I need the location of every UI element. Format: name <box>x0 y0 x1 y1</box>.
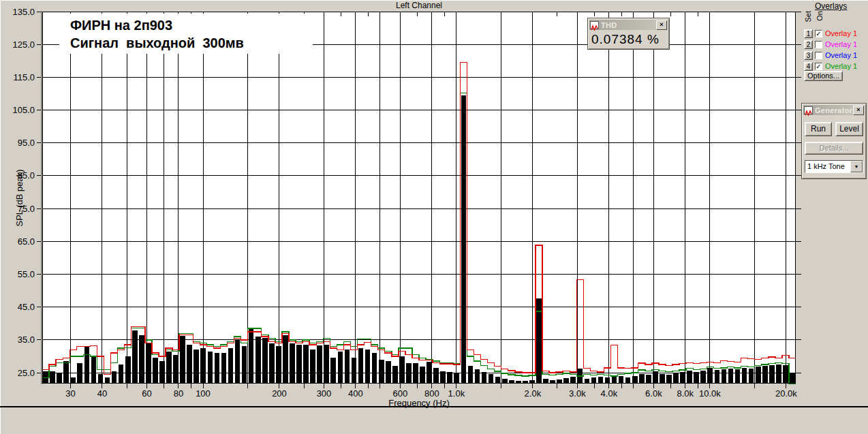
svg-text:100: 100 <box>196 388 211 399</box>
svg-text:600: 600 <box>393 388 408 399</box>
overlays-options-button[interactable]: Options... <box>804 71 843 81</box>
overlay-row-4: 4✓Overlay 1 <box>804 61 857 72</box>
generator-window-title: Generator <box>815 106 853 114</box>
svg-text:115.0: 115.0 <box>13 72 35 82</box>
overlay-rows: 1✓Overlay 12Overlay 13Overlay 14✓Overlay… <box>804 28 857 72</box>
svg-text:45.0: 45.0 <box>18 302 35 312</box>
svg-text:400: 400 <box>348 388 363 399</box>
overlay-row-3: 3Overlay 1 <box>804 50 857 61</box>
overlay-label-3: Overlay 1 <box>825 51 857 59</box>
dropdown-arrow-icon[interactable]: ▼ <box>850 161 863 172</box>
svg-text:60: 60 <box>142 388 151 399</box>
generator-body: Run Level Details... 1 kHz Tone ▼ <box>802 117 866 173</box>
thd-readout-value: 0.07384 % <box>588 31 669 47</box>
overlay-on-checkbox-3[interactable] <box>815 52 822 59</box>
svg-text:30: 30 <box>65 388 75 399</box>
spectrum-plot: 25.035.045.055.065.075.085.095.0105.0115… <box>0 0 868 434</box>
svg-text:80: 80 <box>174 388 183 399</box>
overlay-set-button-3[interactable]: 3 <box>804 51 813 60</box>
svg-text:6.0k: 6.0k <box>645 388 662 399</box>
truerta-zigzag-icon <box>804 106 813 114</box>
overlay-row-2: 2Overlay 1 <box>804 39 857 50</box>
generator-signal-select[interactable]: 1 kHz Tone ▼ <box>805 160 863 173</box>
svg-text:4.0k: 4.0k <box>601 388 618 399</box>
truerta-app-window: 25.035.045.055.065.075.085.095.0105.0115… <box>0 0 868 434</box>
annotation-line-1: ФИРН на 2п903 <box>70 16 313 34</box>
overlay-label-1: Overlay 1 <box>825 29 857 37</box>
overlay-on-checkbox-1[interactable]: ✓ <box>815 30 822 37</box>
overlay-set-button-2[interactable]: 2 <box>804 40 813 49</box>
svg-text:1.0k: 1.0k <box>448 388 465 399</box>
overlay-set-button-1[interactable]: 1 <box>804 29 813 38</box>
generator-details-button: Details... <box>805 142 863 155</box>
close-icon[interactable]: × <box>853 106 864 115</box>
overlay-label-4: Overlay 1 <box>825 62 857 70</box>
svg-text:20.0k: 20.0k <box>775 388 797 399</box>
thd-window-title: THD <box>601 21 656 29</box>
close-icon[interactable]: × <box>656 20 667 30</box>
y-axis-title: SPL (dB peak) <box>14 96 25 300</box>
svg-text:40: 40 <box>97 388 107 399</box>
overlays-on-column-label: On <box>816 11 824 21</box>
generator-run-button[interactable]: Run <box>805 122 832 136</box>
svg-text:800: 800 <box>424 388 439 399</box>
overlays-heading: Overlays <box>815 1 847 11</box>
truerta-zigzag-icon <box>590 21 599 29</box>
overlays-panel: Overlays Set On 1✓Overlay 12Overlay 13Ov… <box>803 1 868 84</box>
svg-text:25.0: 25.0 <box>18 368 35 378</box>
thd-window: THD × 0.07384 % <box>587 18 670 50</box>
generator-level-button[interactable]: Level <box>835 122 863 136</box>
svg-text:3.0k: 3.0k <box>569 388 586 399</box>
overlay-row-1: 1✓Overlay 1 <box>804 28 857 39</box>
overlay-label-2: Overlay 1 <box>825 40 857 48</box>
svg-text:35.0: 35.0 <box>18 335 35 345</box>
svg-text:200: 200 <box>272 388 287 399</box>
svg-text:125.0: 125.0 <box>12 40 35 50</box>
annotation-line-2: Сигнал выходной 300мв <box>70 34 313 52</box>
thd-titlebar[interactable]: THD × <box>589 20 668 30</box>
svg-text:8.0k: 8.0k <box>677 388 694 399</box>
svg-text:300: 300 <box>317 388 332 399</box>
generator-titlebar[interactable]: Generator × <box>803 105 865 115</box>
svg-text:10.0k: 10.0k <box>699 388 721 399</box>
generator-signal-value: 1 kHz Tone <box>805 161 850 172</box>
chart-annotation-box: ФИРН на 2п903 Сигнал выходной 300мв <box>59 14 313 54</box>
overlay-on-checkbox-2[interactable] <box>815 41 822 48</box>
svg-text:135.0: 135.0 <box>12 7 35 17</box>
bottom-border-line <box>0 406 868 407</box>
overlays-set-column-label: Set <box>804 11 812 22</box>
overlay-on-checkbox-4[interactable]: ✓ <box>815 63 822 70</box>
chart-title: Left Channel <box>42 1 796 10</box>
overlay-set-button-4[interactable]: 4 <box>804 62 813 71</box>
generator-window: Generator × Run Level Details... 1 kHz T… <box>801 103 867 179</box>
svg-text:2.0k: 2.0k <box>525 388 542 399</box>
